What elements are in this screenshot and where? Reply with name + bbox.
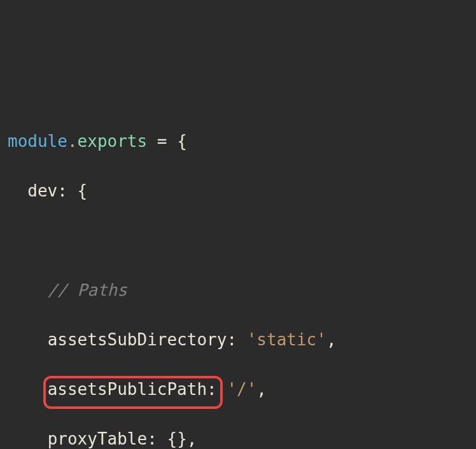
indent [8,330,48,349]
code-editor[interactable]: module.exports = { dev: { // Paths asset… [8,104,476,449]
indent [8,380,48,399]
code-line-2[interactable]: dev: { [8,179,476,204]
property-exports: exports [78,132,148,151]
keyword-module: module [8,132,67,151]
dot: . [67,132,78,151]
indent [8,181,27,200]
key-assetssubdirectory: assetsSubDirectory [48,330,227,349]
key-assetspublicpath: assetsPublicPath [48,380,207,399]
colon: : [57,181,77,200]
key-dev: dev [27,181,57,200]
braces-empty: {} [167,429,186,448]
brace-open: { [177,132,187,151]
colon: : [207,380,227,399]
comma: , [187,429,197,448]
comma: , [326,330,337,349]
colon: : [147,429,167,448]
indent [8,280,48,300]
code-line-6[interactable]: assetsPublicPath: '/', [8,377,476,402]
string-static: 'static' [247,330,326,349]
brace-open: { [78,181,88,200]
assign-op: = [147,132,177,151]
code-line-5[interactable]: assetsSubDirectory: 'static', [8,328,476,352]
comma: , [256,380,267,399]
code-line-1[interactable]: module.exports = { [8,129,476,154]
colon: : [227,330,246,349]
string-slash: '/' [227,380,256,399]
code-line-4[interactable]: // Paths [8,278,476,303]
code-line-7[interactable]: proxyTable: {}, [8,427,476,449]
key-proxytable: proxyTable [48,429,148,448]
indent [8,429,48,448]
comment-paths: // Paths [48,280,127,300]
code-line-3[interactable] [8,228,476,253]
